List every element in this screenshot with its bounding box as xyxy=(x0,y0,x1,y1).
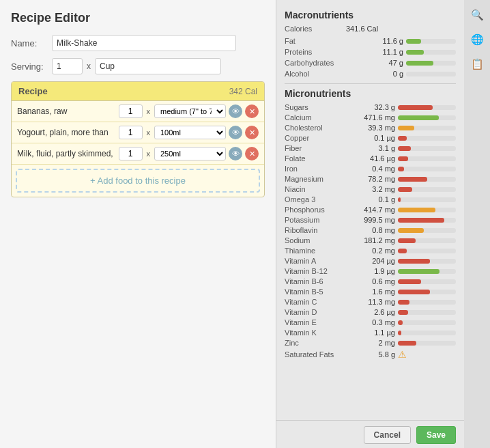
recipe-item: Yogourt, plain, more than x 100ml 👁 ✕ xyxy=(12,122,264,143)
micro-value: 78.2 mg xyxy=(349,175,395,183)
recipe-item-unit-select[interactable]: 100ml xyxy=(154,126,226,139)
micro-bar xyxy=(398,310,456,315)
micro-name: Potassium xyxy=(285,216,346,224)
name-label: Name: xyxy=(11,38,52,48)
micro-value: 11.3 mg xyxy=(349,298,395,306)
micro-name: Thiamine xyxy=(285,247,346,255)
recipe-item-remove-button[interactable]: ✕ xyxy=(245,126,259,139)
micro-name: Zinc xyxy=(285,339,346,347)
nutrients-scroll: Macronutrients Calories 341.6 Cal Fat 11… xyxy=(276,0,464,417)
micro-name: Cholesterol xyxy=(285,124,346,132)
name-input[interactable] xyxy=(52,35,236,51)
micro-bar-fill xyxy=(398,238,416,243)
micro-name: Folate xyxy=(285,154,346,163)
recipe-header: Recipe 342 Cal xyxy=(12,82,264,101)
micro-row: Copper 0.1 µg xyxy=(285,134,456,142)
micro-value: 181.2 mg xyxy=(349,236,395,244)
micro-value: 1.9 µg xyxy=(349,267,395,275)
recipe-calories: 342 Cal xyxy=(229,87,257,96)
clipboard-icon[interactable]: 📋 xyxy=(469,56,485,72)
micro-bar-fill xyxy=(398,290,430,294)
cancel-button[interactable]: Cancel xyxy=(364,426,411,444)
micro-bar xyxy=(398,290,456,294)
macro-bar-fill xyxy=(406,50,424,55)
macro-bar-fill xyxy=(406,39,421,44)
calories-label: Calories xyxy=(285,25,346,33)
recipe-item-x: x xyxy=(147,150,151,158)
recipe-item-unit-select[interactable]: medium (7" to 7-i⬍ xyxy=(154,104,226,118)
micro-bar xyxy=(398,167,456,171)
macro-row: Proteins 11.1 g xyxy=(285,48,456,56)
micro-bar-fill xyxy=(398,341,416,346)
micro-name: Phosphorus xyxy=(285,206,346,214)
micro-value: 2 mg xyxy=(349,339,395,347)
micro-row: Vitamin B-6 0.6 mg xyxy=(285,277,456,285)
micro-bar-fill xyxy=(398,208,435,212)
micro-name: Vitamin B-6 xyxy=(285,277,346,285)
recipe-item-unit-select[interactable]: 250ml xyxy=(154,147,226,160)
add-food-button[interactable]: + Add food to this recipe xyxy=(16,169,260,193)
search-icon[interactable]: 🔍 xyxy=(469,7,485,23)
micro-row: Phosphorus 414.7 mg xyxy=(285,206,456,214)
micro-bar-fill xyxy=(398,115,439,120)
micro-name: Niacin xyxy=(285,185,346,193)
recipe-item-remove-button[interactable]: ✕ xyxy=(245,147,259,160)
micro-bar-fill xyxy=(398,156,408,161)
micro-row: Potassium 999.5 mg xyxy=(285,216,456,224)
recipe-item-view-button[interactable]: 👁 xyxy=(229,126,242,139)
serving-qty-input[interactable] xyxy=(52,58,83,74)
micro-row: Cholesterol 39.3 mg xyxy=(285,124,456,132)
micro-bar xyxy=(398,300,456,305)
micro-row: Magnesium 78.2 mg xyxy=(285,175,456,183)
recipe-item-qty-input[interactable] xyxy=(119,147,143,160)
micro-row: Vitamin K 1.1 µg xyxy=(285,328,456,337)
recipe-item: Bananas, raw x medium (7" to 7-i⬍ 👁 ✕ xyxy=(12,101,264,122)
recipe-item-qty-input[interactable] xyxy=(119,104,143,118)
micro-bar-fill xyxy=(398,167,404,171)
recipe-item-view-button[interactable]: 👁 xyxy=(229,104,242,118)
micro-bar xyxy=(398,341,456,346)
panel-title: Recipe Editor xyxy=(11,11,265,25)
micro-value: 41.6 µg xyxy=(349,154,395,163)
recipe-box: Recipe 342 Cal Bananas, raw x medium (7"… xyxy=(11,81,265,197)
micro-bar xyxy=(398,320,456,325)
micro-bar-fill xyxy=(398,177,427,182)
serving-unit-input[interactable] xyxy=(95,58,221,74)
micro-row: Folate 41.6 µg xyxy=(285,154,456,163)
micro-name: Iron xyxy=(285,165,346,173)
micro-bar xyxy=(398,218,456,223)
micro-bar xyxy=(398,187,456,192)
micro-name: Sugars xyxy=(285,103,346,111)
micro-name: Calcium xyxy=(285,113,346,122)
micro-bar-fill xyxy=(398,197,401,202)
micro-bar xyxy=(398,146,456,151)
micro-bar xyxy=(398,269,456,274)
serving-x: x xyxy=(87,61,91,71)
micro-row: Vitamin D 2.6 µg xyxy=(285,308,456,316)
save-button[interactable]: Save xyxy=(416,426,456,444)
micro-row: Fiber 3.1 g xyxy=(285,144,456,152)
micro-row: Vitamin B-12 1.9 µg xyxy=(285,267,456,275)
micro-bar xyxy=(398,126,456,130)
globe-icon[interactable]: 🌐 xyxy=(469,31,485,48)
macro-rows: Fat 11.6 g Proteins 11.1 g Carbohydrates… xyxy=(285,37,456,78)
warning-icon: ⚠ xyxy=(398,349,407,360)
recipe-item-remove-button[interactable]: ✕ xyxy=(245,104,259,118)
micro-bar-fill xyxy=(398,269,439,274)
micro-value: 0.2 mg xyxy=(349,247,395,255)
micro-value: 3.1 g xyxy=(349,144,395,152)
micro-value: 0.6 mg xyxy=(349,277,395,285)
micro-bar xyxy=(398,197,456,202)
macro-value: 11.1 g xyxy=(349,48,403,56)
macro-name: Fat xyxy=(285,37,346,45)
micro-row: Niacin 3.2 mg xyxy=(285,185,456,193)
micro-bar xyxy=(398,259,456,264)
micro-name: Vitamin C xyxy=(285,298,346,306)
right-content: Macronutrients Calories 341.6 Cal Fat 11… xyxy=(276,0,464,448)
micro-value: 2.6 µg xyxy=(349,308,395,316)
recipe-item-qty-input[interactable] xyxy=(119,126,143,139)
micro-bar xyxy=(398,249,456,253)
micro-value: 5.8 g xyxy=(349,350,395,359)
micro-row: Iron 0.4 mg xyxy=(285,165,456,173)
recipe-item-view-button[interactable]: 👁 xyxy=(229,147,242,160)
